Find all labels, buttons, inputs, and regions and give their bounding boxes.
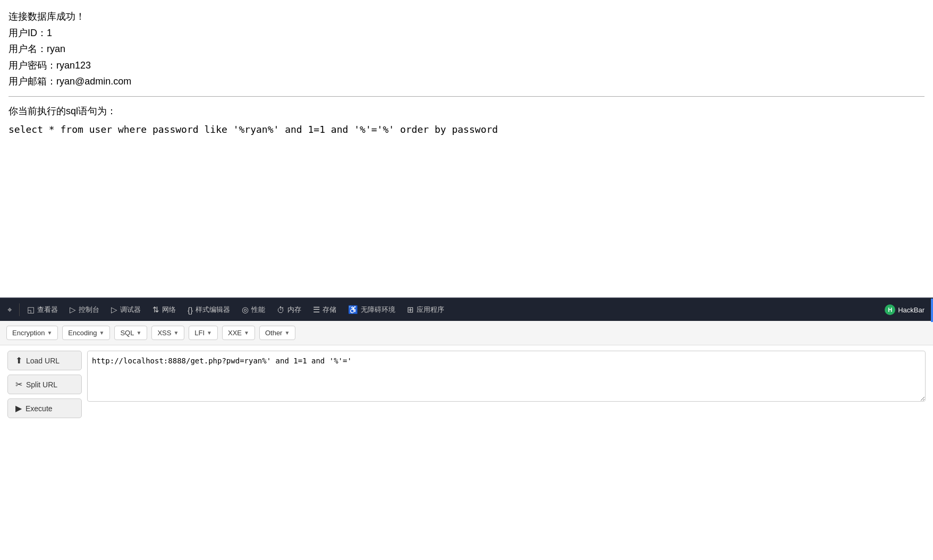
split-url-icon: ✂ (15, 379, 22, 389)
load-url-label: Load URL (26, 357, 60, 365)
devtools-item-style-editor[interactable]: {} 样式编辑器 (182, 303, 235, 317)
devtools-item-memory[interactable]: ⏱ 内存 (272, 303, 307, 317)
encoding-label: Encoding (68, 329, 97, 337)
encryption-label: Encryption (12, 329, 45, 337)
encryption-arrow: ▼ (47, 330, 52, 336)
hackbar-content: ⬆ Load URL ✂ Split URL ▶ Execute (0, 345, 933, 423)
execute-button[interactable]: ▶ Execute (7, 398, 82, 418)
application-icon: ⊞ (407, 305, 414, 315)
accessibility-icon: ♿ (348, 305, 358, 315)
line5: 用户邮箱：ryan@admin.com (9, 73, 924, 90)
line3: 用户名：ryan (9, 41, 924, 57)
lfi-arrow: ▼ (207, 330, 212, 336)
console-icon: ▷ (70, 305, 76, 315)
devtools-item-application[interactable]: ⊞ 应用程序 (402, 303, 449, 317)
split-url-button[interactable]: ✂ Split URL (7, 375, 82, 394)
xss-arrow: ▼ (173, 330, 179, 336)
debugger-icon: ▷ (111, 305, 117, 315)
hackbar-tab[interactable]: H HackBar (878, 302, 931, 317)
divider (9, 96, 924, 97)
pointer-icon: ⌖ (7, 305, 12, 315)
encoding-dropdown[interactable]: Encoding ▼ (62, 326, 110, 340)
xss-dropdown[interactable]: XSS ▼ (151, 326, 184, 340)
lfi-label: LFI (194, 329, 205, 337)
devtools-bar: ⌖ ◱ 查看器 ▷ 控制台 ▷ 调试器 ⇅ 网络 {} 样式编辑器 ◎ 性能 ⏱… (0, 298, 933, 321)
sql-label: SQL (120, 329, 134, 337)
devtools-pointer-icon[interactable]: ⌖ (2, 303, 17, 317)
hackbar-action-buttons: ⬆ Load URL ✂ Split URL ▶ Execute (7, 351, 82, 418)
sql-dropdown[interactable]: SQL ▼ (114, 326, 147, 340)
devtools-item-inspector[interactable]: ◱ 查看器 (22, 303, 63, 317)
sql-label: 你当前执行的sql语句为： (9, 103, 924, 120)
split-url-label: Split URL (26, 380, 57, 389)
xss-label: XSS (157, 329, 171, 337)
memory-icon: ⏱ (277, 306, 285, 315)
execute-icon: ▶ (15, 403, 22, 413)
hackbar-label: HackBar (898, 306, 924, 314)
devtools-item-network[interactable]: ⇅ 网络 (147, 303, 181, 317)
lfi-dropdown[interactable]: LFI ▼ (189, 326, 218, 340)
sql-query: select * from user where password like '… (9, 122, 924, 138)
main-content: 连接数据库成功！ 用户ID：1 用户名：ryan 用户密码：ryan123 用户… (0, 0, 933, 298)
devtools-item-accessibility[interactable]: ♿ 无障碍环境 (343, 303, 401, 317)
load-url-button[interactable]: ⬆ Load URL (7, 351, 82, 370)
network-icon: ⇅ (152, 305, 159, 315)
encoding-arrow: ▼ (99, 330, 105, 336)
url-input[interactable] (87, 351, 926, 402)
execute-label: Execute (26, 404, 53, 413)
hackbar-toolbar: Encryption ▼ Encoding ▼ SQL ▼ XSS ▼ LFI … (0, 321, 933, 345)
storage-icon: ☰ (313, 305, 320, 315)
devtools-item-storage[interactable]: ☰ 存储 (308, 303, 342, 317)
style-editor-icon: {} (188, 306, 193, 315)
inspector-icon: ◱ (27, 305, 35, 315)
devtools-separator-1 (19, 303, 20, 316)
xxe-arrow: ▼ (244, 330, 249, 336)
line1: 连接数据库成功！ (9, 9, 924, 25)
xxe-label: XXE (228, 329, 242, 337)
performance-icon: ◎ (242, 305, 249, 315)
encryption-dropdown[interactable]: Encryption ▼ (6, 326, 58, 340)
active-indicator (931, 299, 933, 322)
load-url-icon: ⬆ (15, 355, 22, 366)
devtools-item-performance[interactable]: ◎ 性能 (236, 303, 270, 317)
other-arrow: ▼ (284, 330, 290, 336)
devtools-item-console[interactable]: ▷ 控制台 (64, 303, 105, 317)
sql-arrow: ▼ (136, 330, 141, 336)
other-label: Other (265, 329, 283, 337)
line2: 用户ID：1 (9, 25, 924, 41)
xxe-dropdown[interactable]: XXE ▼ (222, 326, 255, 340)
devtools-item-debugger[interactable]: ▷ 调试器 (106, 303, 146, 317)
line4: 用户密码：ryan123 (9, 57, 924, 74)
other-dropdown[interactable]: Other ▼ (259, 326, 295, 340)
hackbar-logo: H (885, 304, 895, 315)
